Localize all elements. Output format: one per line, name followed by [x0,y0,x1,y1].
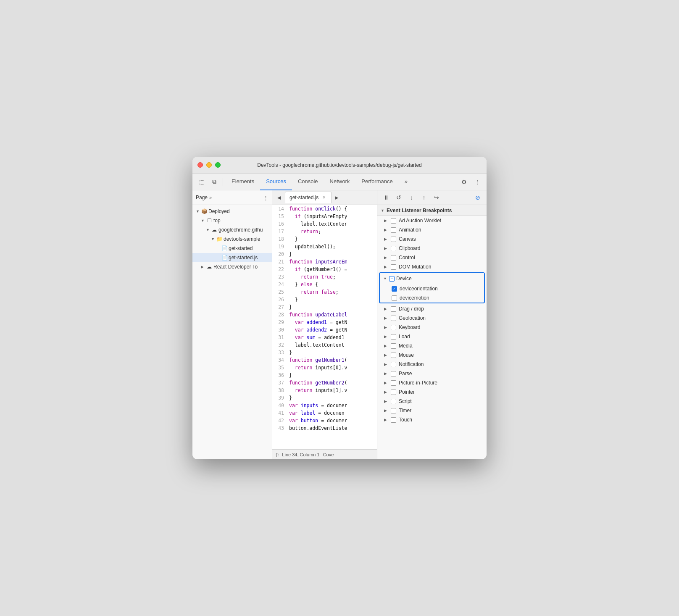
bp-checkbox-load[interactable] [391,334,396,340]
bp-label-control: Control [399,255,415,261]
step-button[interactable]: ↪ [431,192,442,203]
coverage-label: Cove [323,452,334,457]
bp-checkbox-pip[interactable] [391,380,396,386]
code-line-35: 35 return inputs[0].v [272,364,377,371]
code-line-21: 21 function inputsAreEm [272,258,377,266]
maximize-button[interactable] [215,162,221,168]
bp-checkbox-control[interactable] [391,255,396,261]
bp-label-pip: Picture-in-Picture [399,380,437,386]
bp-checkbox-mouse[interactable] [391,353,396,358]
tree-item-googlechrome[interactable]: ▼ ☁ googlechrome.githu [192,225,272,234]
deployed-label: Deployed [208,208,230,214]
bp-item-ad-auction[interactable]: ▶ Ad Auction Worklet [377,216,487,225]
tab-performance[interactable]: Performance [355,174,398,190]
bp-item-script[interactable]: ▶ Script [377,397,487,406]
editor-tab-close-button[interactable]: × [321,195,327,200]
tab-prev-button[interactable]: ◀ [274,192,284,203]
bp-checkbox-canvas[interactable] [391,237,396,242]
bp-item-animation[interactable]: ▶ Animation [377,225,487,234]
code-line-20: 20 } [272,250,377,258]
bp-item-notification[interactable]: ▶ Notification [377,360,487,369]
minimize-button[interactable] [206,162,212,168]
bp-item-drag[interactable]: ▶ Drag / drop [377,304,487,313]
bp-item-dom[interactable]: ▶ DOM Mutation [377,262,487,271]
tab-sources[interactable]: Sources [260,174,292,190]
tree-item-react[interactable]: ▶ ☁ React Developer To [192,262,272,271]
bp-checkbox-timer[interactable] [391,408,396,413]
step-into-button[interactable]: ↓ [406,192,417,203]
bp-item-timer[interactable]: ▶ Timer [377,406,487,415]
code-line-32: 32 label.textContent [272,341,377,349]
bp-label-script: Script [399,398,412,404]
deactivate-icon[interactable]: ⊘ [472,192,483,203]
tab-next-button[interactable]: ▶ [332,192,342,203]
bp-item-clipboard[interactable]: ▶ Clipboard [377,244,487,253]
bp-item-canvas[interactable]: ▶ Canvas [377,234,487,244]
bp-item-geolocation[interactable]: ▶ Geolocation [377,313,487,323]
bp-checkbox-ad[interactable] [391,218,396,224]
bp-checkbox-dom[interactable] [391,264,396,270]
tree-item-get-started[interactable]: 📄 get-started [192,244,272,253]
bp-item-deviceorientation[interactable]: deviceorientation [380,284,484,293]
bp-item-device[interactable]: ▼ Device [380,273,484,284]
tab-network[interactable]: Network [324,174,356,190]
tree-item-devtools-sample[interactable]: ▼ 📁 devtools-sample [192,234,272,244]
bp-checkbox-device[interactable] [389,276,395,282]
tree-item-top[interactable]: ▼ ☐ top [192,216,272,225]
bp-checkbox-parse[interactable] [391,371,396,376]
event-listener-breakpoints-header[interactable]: ▼ Event Listener Breakpoints [377,205,487,216]
page-more[interactable]: » [209,195,212,200]
pause-button[interactable]: ⏸ [381,192,392,203]
deactivate-breakpoints[interactable]: ⊘ [472,192,483,203]
code-line-28: 28 function updateLabel [272,311,377,319]
settings-icon[interactable]: ⚙ [458,176,470,188]
bp-item-devicemotion[interactable]: devicemotion [380,293,484,303]
bp-item-media[interactable]: ▶ Media [377,341,487,350]
bp-checkbox-devicemotion[interactable] [392,295,397,301]
bp-label-notification: Notification [399,361,424,367]
step-over-button[interactable]: ↺ [393,192,404,203]
tree-arrow-gc: ▼ [206,228,210,232]
device-section: ▼ Device deviceorientation devicemotion [379,272,485,303]
bp-item-load[interactable]: ▶ Load [377,332,487,341]
bp-label-geolocation: Geolocation [399,315,426,321]
bp-label-mouse: Mouse [399,352,414,358]
bp-checkbox-deviceorientation[interactable] [392,286,397,292]
close-button[interactable] [197,162,203,168]
bp-item-parse[interactable]: ▶ Parse [377,369,487,378]
code-line-27: 27 } [272,303,377,311]
bp-item-pip[interactable]: ▶ Picture-in-Picture [377,378,487,387]
bp-item-touch[interactable]: ▶ Touch [377,415,487,424]
bp-checkbox-clipboard[interactable] [391,246,396,251]
bp-checkbox-animation[interactable] [391,227,396,233]
bp-checkbox-media[interactable] [391,343,396,349]
step-out-button[interactable]: ↑ [418,192,429,203]
bp-checkbox-drag[interactable] [391,306,396,312]
panel-menu-icon[interactable]: ⋮ [263,195,268,201]
bp-checkbox-pointer[interactable] [391,390,396,395]
editor-tab-get-started-js[interactable]: get-started.js × [285,192,332,203]
bp-label-keyboard: Keyboard [399,324,420,330]
bp-checkbox-script[interactable] [391,399,396,404]
tab-more[interactable]: » [399,174,413,190]
bp-checkbox-touch[interactable] [391,417,396,423]
bp-checkbox-keyboard[interactable] [391,325,396,330]
bp-checkbox-notification[interactable] [391,362,396,367]
right-panel: ⏸ ↺ ↓ ↑ ↪ ⊘ ▼ Event Listener Breakpoints… [377,190,487,459]
tab-elements[interactable]: Elements [226,174,260,190]
bp-checkbox-geolocation[interactable] [391,316,396,321]
devtools-window: DevTools - googlechrome.github.io/devtoo… [192,157,487,459]
device-icon[interactable]: ⧉ [208,176,220,188]
code-area[interactable]: 14 function onClick() { 15 if (inputsAre… [272,205,377,449]
tab-console[interactable]: Console [292,174,324,190]
editor-statusbar: {} Line 34, Column 1 Cove [272,449,377,459]
tree-item-deployed[interactable]: ▼ 📦 Deployed [192,207,272,216]
bp-item-mouse[interactable]: ▶ Mouse [377,350,487,360]
more-icon[interactable]: ⋮ [471,176,483,188]
bp-item-keyboard[interactable]: ▶ Keyboard [377,323,487,332]
format-button[interactable]: {} [276,452,279,457]
tree-item-get-started-js[interactable]: 📄 get-started.js [192,253,272,262]
bp-item-control[interactable]: ▶ Control [377,253,487,262]
bp-item-pointer[interactable]: ▶ Pointer [377,387,487,397]
inspector-icon[interactable]: ⬚ [196,176,208,188]
